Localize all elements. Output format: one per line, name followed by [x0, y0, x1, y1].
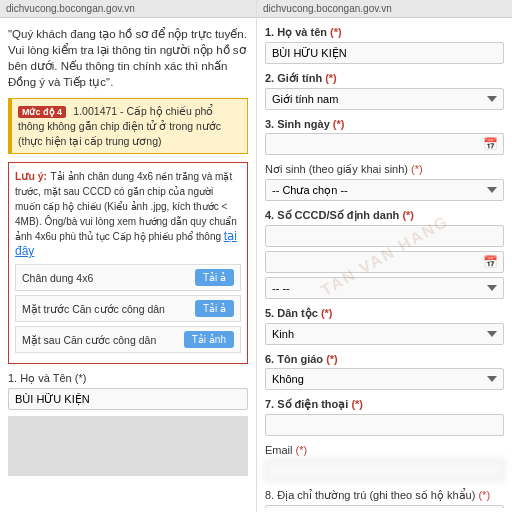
section-label-3: 3. Sinh ngày (*): [265, 118, 504, 130]
form-section-1: 1. Họ và tên (*): [265, 26, 504, 64]
cccd-input[interactable]: [265, 225, 504, 247]
field-1-input[interactable]: [8, 388, 248, 410]
note-text: Tải ảnh chân dung 4x6 nền trắng và mặt t…: [15, 171, 237, 242]
upload-row-1: Chân dung 4x6 Tải ả: [15, 264, 241, 291]
email-input[interactable]: [265, 459, 504, 481]
section-label-4: 4. Số CCCD/Số định danh (*): [265, 209, 504, 222]
section-label-7: 7. Số điện thoại (*): [265, 398, 504, 411]
form-section-4: 4. Số CCCD/Số định danh (*) 📅 -- --: [265, 209, 504, 299]
cccd-place-select[interactable]: -- --: [265, 277, 504, 299]
noisinhgk-select[interactable]: -- Chưa chọn --: [265, 179, 504, 201]
right-header: dichvucong.bocongan.gov.vn: [257, 0, 512, 18]
form-section-7: 7. Số điện thoại (*): [265, 398, 504, 436]
note-label: Lưu ý:: [15, 170, 47, 182]
section-label-email: Email (*): [265, 444, 504, 456]
section-label-8: 8. Địa chỉ thường trú (ghi theo số hộ kh…: [265, 489, 504, 502]
upload-label-3: Mặt sau Căn cước công dân: [22, 334, 184, 346]
alert-box: Mức độ 4 1.001471 - Cấp hộ chiếu phổ thô…: [8, 98, 248, 154]
hovaten-input[interactable]: [265, 42, 504, 64]
form-section-3: 3. Sinh ngày (*) 📅: [265, 118, 504, 155]
form-section-email: Email (*): [265, 444, 504, 481]
section-label-2: 2. Giới tính (*): [265, 72, 504, 85]
form-section-2: 2. Giới tính (*) Giới tính nam Giới tính…: [265, 72, 504, 110]
sinhngay-input[interactable]: [265, 133, 504, 155]
alert-badge: Mức độ 4: [18, 106, 66, 118]
form-section-8: 8. Địa chỉ thường trú (ghi theo số hộ kh…: [265, 489, 504, 508]
photo-area: [8, 416, 248, 476]
section-label-noisinhgk: Nơi sinh (theo giấy khai sinh) (*): [265, 163, 504, 176]
dantoc-select[interactable]: Kinh: [265, 323, 504, 345]
cccd-calendar-icon: 📅: [483, 255, 498, 269]
cccd-date-wrapper: 📅: [265, 251, 504, 273]
sinhngay-wrapper: 📅: [265, 133, 504, 155]
diachi-select[interactable]: Tỉnh Tiền Giang: [265, 505, 504, 508]
form-section-6: 6. Tôn giáo (*) Không: [265, 353, 504, 390]
upload-btn-3[interactable]: Tải ảnh: [184, 331, 234, 348]
upload-label-1: Chân dung 4x6: [22, 272, 195, 284]
tongiao-select[interactable]: Không: [265, 368, 504, 390]
upload-row-3: Mặt sau Căn cước công dân Tải ảnh: [15, 326, 241, 353]
upload-label-2: Mặt trước Căn cước công dân: [22, 303, 195, 315]
upload-row-2: Mặt trước Căn cước công dân Tải ả: [15, 295, 241, 322]
left-panel: dichvucong.bocongan.gov.vn "Quý khách đa…: [0, 0, 256, 512]
form-section-noisinhgk: Nơi sinh (theo giấy khai sinh) (*) -- Ch…: [265, 163, 504, 201]
field-1-label: 1. Họ và Tên (*): [8, 372, 248, 385]
section-label-6: 6. Tôn giáo (*): [265, 353, 504, 365]
upload-btn-2[interactable]: Tải ả: [195, 300, 234, 317]
quote-text: "Quý khách đang tạo hồ sơ để nộp trực tu…: [8, 26, 248, 90]
cccd-date-input[interactable]: [265, 251, 504, 273]
section-label-5: 5. Dân tộc (*): [265, 307, 504, 320]
note-box: Lưu ý: Tải ảnh chân dung 4x6 nền trắng v…: [8, 162, 248, 364]
gioitinh-select[interactable]: Giới tính nam Giới tính nữ: [265, 88, 504, 110]
calendar-icon: 📅: [483, 137, 498, 151]
right-panel: dichvucong.bocongan.gov.vn TAN VAN HANG …: [256, 0, 512, 512]
left-header: dichvucong.bocongan.gov.vn: [0, 0, 256, 18]
section-label-1: 1. Họ và tên (*): [265, 26, 504, 39]
form-section-5: 5. Dân tộc (*) Kinh: [265, 307, 504, 345]
phone-input[interactable]: [265, 414, 504, 436]
upload-btn-1[interactable]: Tải ả: [195, 269, 234, 286]
